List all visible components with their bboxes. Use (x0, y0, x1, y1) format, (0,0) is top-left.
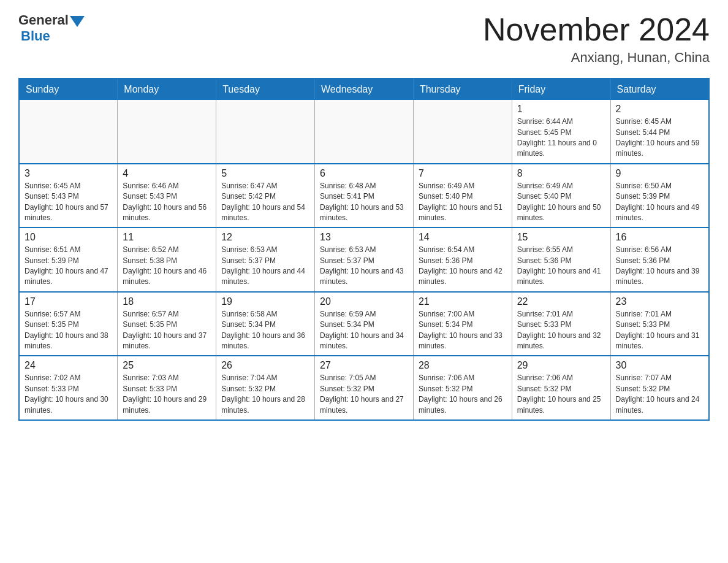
calendar-cell: 11Sunrise: 6:52 AM Sunset: 5:38 PM Dayli… (118, 228, 216, 292)
day-number: 11 (123, 232, 211, 243)
day-number: 21 (419, 296, 507, 307)
calendar-cell: 4Sunrise: 6:46 AM Sunset: 5:43 PM Daylig… (118, 164, 216, 228)
calendar-cell: 17Sunrise: 6:57 AM Sunset: 5:35 PM Dayli… (19, 292, 118, 356)
day-number: 2 (616, 104, 703, 115)
calendar-cell: 18Sunrise: 6:57 AM Sunset: 5:35 PM Dayli… (118, 292, 216, 356)
day-number: 29 (517, 360, 605, 371)
day-info: Sunrise: 6:47 AM Sunset: 5:42 PM Dayligh… (221, 181, 309, 224)
day-number: 19 (221, 296, 309, 307)
day-number: 10 (25, 232, 112, 243)
day-info: Sunrise: 7:06 AM Sunset: 5:32 PM Dayligh… (419, 373, 507, 416)
day-number: 8 (517, 168, 605, 179)
day-number: 27 (320, 360, 408, 371)
calendar-cell (413, 100, 512, 164)
calendar-cell: 16Sunrise: 6:56 AM Sunset: 5:36 PM Dayli… (610, 228, 709, 292)
day-number: 25 (123, 360, 211, 371)
calendar-cell: 8Sunrise: 6:49 AM Sunset: 5:40 PM Daylig… (512, 164, 610, 228)
location-title: Anxiang, Hunan, China (483, 50, 710, 66)
calendar-cell (118, 100, 216, 164)
day-number: 6 (320, 168, 408, 179)
day-info: Sunrise: 7:00 AM Sunset: 5:34 PM Dayligh… (419, 309, 507, 352)
month-title: November 2024 (483, 12, 710, 47)
day-number: 30 (616, 360, 703, 371)
calendar-cell: 9Sunrise: 6:50 AM Sunset: 5:39 PM Daylig… (610, 164, 709, 228)
day-number: 18 (123, 296, 211, 307)
calendar-cell: 30Sunrise: 7:07 AM Sunset: 5:32 PM Dayli… (610, 356, 709, 420)
calendar-cell: 5Sunrise: 6:47 AM Sunset: 5:42 PM Daylig… (216, 164, 315, 228)
day-number: 24 (25, 360, 112, 371)
calendar-cell: 1Sunrise: 6:44 AM Sunset: 5:45 PM Daylig… (512, 100, 610, 164)
calendar-cell: 26Sunrise: 7:04 AM Sunset: 5:32 PM Dayli… (216, 356, 315, 420)
day-info: Sunrise: 7:05 AM Sunset: 5:32 PM Dayligh… (320, 373, 408, 416)
day-number: 3 (25, 168, 112, 179)
day-info: Sunrise: 6:46 AM Sunset: 5:43 PM Dayligh… (123, 181, 211, 224)
week-row-4: 17Sunrise: 6:57 AM Sunset: 5:35 PM Dayli… (19, 292, 709, 356)
day-info: Sunrise: 7:03 AM Sunset: 5:33 PM Dayligh… (123, 373, 211, 416)
day-header-wednesday: Wednesday (315, 79, 414, 100)
day-info: Sunrise: 6:51 AM Sunset: 5:39 PM Dayligh… (25, 245, 112, 288)
calendar-cell (315, 100, 414, 164)
calendar-cell: 23Sunrise: 7:01 AM Sunset: 5:33 PM Dayli… (610, 292, 709, 356)
day-number: 4 (123, 168, 211, 179)
day-info: Sunrise: 7:07 AM Sunset: 5:32 PM Dayligh… (616, 373, 703, 416)
day-info: Sunrise: 6:52 AM Sunset: 5:38 PM Dayligh… (123, 245, 211, 288)
day-number: 22 (517, 296, 605, 307)
week-row-5: 24Sunrise: 7:02 AM Sunset: 5:33 PM Dayli… (19, 356, 709, 420)
days-header-row: SundayMondayTuesdayWednesdayThursdayFrid… (19, 79, 709, 100)
week-row-3: 10Sunrise: 6:51 AM Sunset: 5:39 PM Dayli… (19, 228, 709, 292)
calendar-cell: 21Sunrise: 7:00 AM Sunset: 5:34 PM Dayli… (413, 292, 512, 356)
day-number: 28 (419, 360, 507, 371)
day-info: Sunrise: 7:01 AM Sunset: 5:33 PM Dayligh… (517, 309, 605, 352)
calendar-cell: 12Sunrise: 6:53 AM Sunset: 5:37 PM Dayli… (216, 228, 315, 292)
day-info: Sunrise: 6:59 AM Sunset: 5:34 PM Dayligh… (320, 309, 408, 352)
day-info: Sunrise: 6:58 AM Sunset: 5:34 PM Dayligh… (221, 309, 309, 352)
calendar-cell: 29Sunrise: 7:06 AM Sunset: 5:32 PM Dayli… (512, 356, 610, 420)
logo-blue-text: Blue (21, 28, 50, 44)
logo: General Blue (18, 12, 85, 44)
day-header-thursday: Thursday (413, 79, 512, 100)
calendar-cell: 2Sunrise: 6:45 AM Sunset: 5:44 PM Daylig… (610, 100, 709, 164)
day-info: Sunrise: 6:56 AM Sunset: 5:36 PM Dayligh… (616, 245, 703, 288)
day-info: Sunrise: 6:49 AM Sunset: 5:40 PM Dayligh… (419, 181, 507, 224)
calendar-cell: 28Sunrise: 7:06 AM Sunset: 5:32 PM Dayli… (413, 356, 512, 420)
day-number: 7 (419, 168, 507, 179)
calendar-cell: 20Sunrise: 6:59 AM Sunset: 5:34 PM Dayli… (315, 292, 414, 356)
day-info: Sunrise: 7:06 AM Sunset: 5:32 PM Dayligh… (517, 373, 605, 416)
day-header-friday: Friday (512, 79, 610, 100)
calendar-table: SundayMondayTuesdayWednesdayThursdayFrid… (18, 78, 710, 421)
calendar-cell: 10Sunrise: 6:51 AM Sunset: 5:39 PM Dayli… (19, 228, 118, 292)
week-row-1: 1Sunrise: 6:44 AM Sunset: 5:45 PM Daylig… (19, 100, 709, 164)
calendar-cell (216, 100, 315, 164)
day-number: 14 (419, 232, 507, 243)
day-info: Sunrise: 6:53 AM Sunset: 5:37 PM Dayligh… (221, 245, 309, 288)
day-info: Sunrise: 7:04 AM Sunset: 5:32 PM Dayligh… (221, 373, 309, 416)
day-info: Sunrise: 6:44 AM Sunset: 5:45 PM Dayligh… (517, 117, 605, 159)
page-header: General Blue November 2024 Anxiang, Huna… (18, 12, 710, 66)
calendar-cell: 6Sunrise: 6:48 AM Sunset: 5:41 PM Daylig… (315, 164, 414, 228)
day-info: Sunrise: 6:53 AM Sunset: 5:37 PM Dayligh… (320, 245, 408, 288)
calendar-cell: 27Sunrise: 7:05 AM Sunset: 5:32 PM Dayli… (315, 356, 414, 420)
day-number: 5 (221, 168, 309, 179)
day-info: Sunrise: 6:55 AM Sunset: 5:36 PM Dayligh… (517, 245, 605, 288)
day-info: Sunrise: 6:57 AM Sunset: 5:35 PM Dayligh… (123, 309, 211, 352)
calendar-cell: 15Sunrise: 6:55 AM Sunset: 5:36 PM Dayli… (512, 228, 610, 292)
logo-general-text: General (18, 12, 69, 28)
day-number: 13 (320, 232, 408, 243)
week-row-2: 3Sunrise: 6:45 AM Sunset: 5:43 PM Daylig… (19, 164, 709, 228)
day-number: 16 (616, 232, 703, 243)
day-info: Sunrise: 6:54 AM Sunset: 5:36 PM Dayligh… (419, 245, 507, 288)
calendar-cell: 7Sunrise: 6:49 AM Sunset: 5:40 PM Daylig… (413, 164, 512, 228)
day-number: 23 (616, 296, 703, 307)
calendar-cell: 24Sunrise: 7:02 AM Sunset: 5:33 PM Dayli… (19, 356, 118, 420)
title-area: November 2024 Anxiang, Hunan, China (483, 12, 710, 66)
day-header-tuesday: Tuesday (216, 79, 315, 100)
day-info: Sunrise: 6:57 AM Sunset: 5:35 PM Dayligh… (25, 309, 112, 352)
day-info: Sunrise: 6:49 AM Sunset: 5:40 PM Dayligh… (517, 181, 605, 224)
logo-triangle-icon (70, 16, 85, 27)
day-info: Sunrise: 6:45 AM Sunset: 5:43 PM Dayligh… (25, 181, 112, 224)
day-info: Sunrise: 6:45 AM Sunset: 5:44 PM Dayligh… (616, 117, 703, 159)
calendar-cell: 19Sunrise: 6:58 AM Sunset: 5:34 PM Dayli… (216, 292, 315, 356)
day-header-monday: Monday (118, 79, 216, 100)
day-number: 15 (517, 232, 605, 243)
calendar-cell: 3Sunrise: 6:45 AM Sunset: 5:43 PM Daylig… (19, 164, 118, 228)
